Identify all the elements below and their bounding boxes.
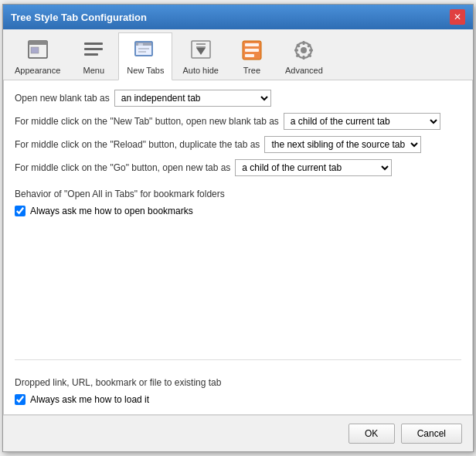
- tab-appearance[interactable]: Appearance: [6, 32, 69, 80]
- tab-new-tabs-label: New Tabs: [127, 66, 164, 75]
- svg-rect-26: [309, 49, 313, 52]
- section1-label: Behavior of "Open All in Tabs" for bookm…: [15, 189, 461, 199]
- row-middle-click-go: For middle click on the "Go" button, ope…: [15, 159, 461, 176]
- appearance-icon: [24, 36, 52, 64]
- svg-marker-13: [196, 48, 206, 55]
- section2-label: Dropped link, URL, bookmark or file to e…: [15, 377, 461, 388]
- svg-rect-25: [294, 49, 298, 52]
- auto-hide-icon: [187, 36, 215, 64]
- svg-rect-11: [135, 42, 152, 56]
- always-ask-bookmarks-label: Always ask me how to open bookmarks: [30, 206, 193, 216]
- svg-rect-1: [29, 41, 47, 45]
- svg-rect-5: [84, 53, 98, 56]
- row3-select[interactable]: an independent tab a child of the curren…: [264, 136, 421, 153]
- menu-icon: [80, 36, 107, 64]
- always-ask-load-checkbox[interactable]: [15, 394, 26, 405]
- svg-rect-19: [245, 54, 254, 57]
- row1-label: Open new blank tab as: [15, 93, 110, 104]
- svg-rect-23: [303, 41, 305, 45]
- tab-advanced[interactable]: Advanced: [277, 32, 332, 80]
- always-ask-bookmarks-checkbox[interactable]: [15, 206, 26, 216]
- svg-point-22: [301, 47, 307, 53]
- dialog-title: Tree Style Tab Configuration: [11, 12, 147, 23]
- row-middle-click-new: For middle click on the "New Tab" button…: [15, 113, 461, 130]
- close-button[interactable]: ✕: [450, 9, 465, 25]
- svg-rect-18: [245, 49, 259, 52]
- new-tabs-icon: [131, 36, 159, 64]
- section1-checkbox-row: Always ask me how to open bookmarks: [15, 206, 461, 216]
- tab-auto-hide-label: Auto hide: [182, 66, 218, 75]
- svg-rect-24: [303, 56, 305, 60]
- tab-new-tabs[interactable]: New Tabs: [118, 32, 172, 80]
- row2-select[interactable]: an independent tab a child of the curren…: [284, 113, 440, 130]
- tab-auto-hide[interactable]: Auto hide: [174, 32, 226, 80]
- always-ask-load-label: Always ask me how to load it: [30, 394, 149, 405]
- svg-rect-4: [84, 48, 103, 50]
- row2-label: For middle click on the "New Tab" button…: [15, 116, 279, 127]
- row-open-blank-tab: Open new blank tab as an independent tab…: [15, 90, 461, 107]
- tab-advanced-label: Advanced: [285, 66, 323, 75]
- ok-button[interactable]: OK: [348, 424, 395, 444]
- tab-appearance-label: Appearance: [15, 66, 60, 75]
- toolbar: Appearance Menu: [3, 29, 473, 80]
- advanced-icon: [290, 36, 318, 64]
- row-middle-click-reload: For middle click on the "Reload" button,…: [15, 136, 461, 153]
- divider: [15, 359, 461, 360]
- svg-rect-2: [31, 47, 39, 53]
- svg-rect-3: [84, 43, 103, 45]
- svg-rect-17: [245, 43, 259, 46]
- row1-select[interactable]: an independent tab a child of the curren…: [114, 90, 271, 107]
- footer: OK Cancel: [3, 415, 473, 451]
- tab-tree[interactable]: Tree: [229, 32, 275, 80]
- svg-rect-14: [196, 43, 206, 45]
- tree-icon: [238, 36, 266, 64]
- section2-checkbox-row: Always ask me how to load it: [15, 394, 461, 405]
- content-panel: Open new blank tab as an independent tab…: [3, 80, 473, 415]
- title-bar: Tree Style Tab Configuration ✕: [3, 5, 473, 29]
- tab-menu-label: Menu: [83, 66, 105, 75]
- svg-rect-15: [196, 46, 206, 48]
- cancel-button[interactable]: Cancel: [401, 424, 462, 444]
- tab-tree-label: Tree: [243, 66, 260, 75]
- row4-select[interactable]: an independent tab a child of the curren…: [235, 159, 392, 176]
- row4-label: For middle click on the "Go" button, ope…: [15, 162, 230, 173]
- row3-label: For middle click on the "Reload" button,…: [15, 139, 260, 150]
- tab-menu[interactable]: Menu: [70, 32, 117, 80]
- dialog: Tree Style Tab Configuration ✕ Appearanc…: [2, 4, 474, 452]
